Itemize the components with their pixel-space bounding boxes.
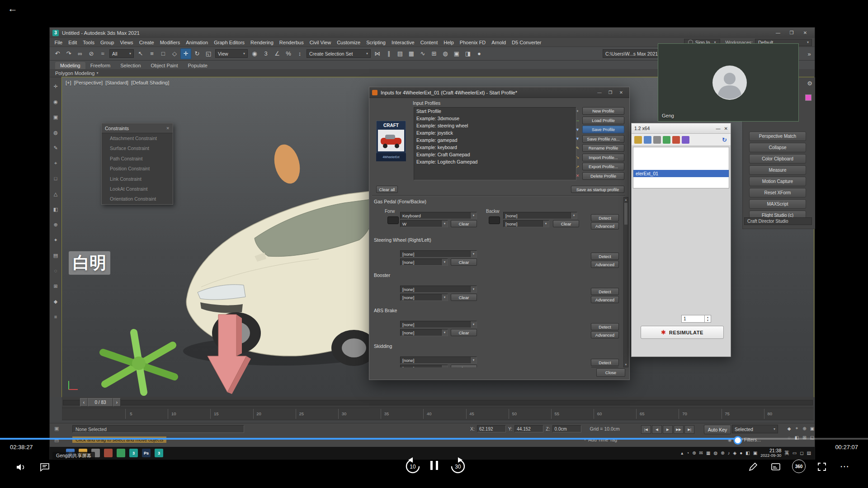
toolbar-overflow-icon[interactable]: » [804, 48, 815, 59]
danmaku-button[interactable] [38, 461, 52, 474]
ribbon-tab[interactable]: Freeform [85, 62, 116, 69]
scale-icon[interactable]: ◱ [203, 48, 214, 59]
menu-item[interactable]: Path Constraint [102, 154, 173, 164]
time-slider-track[interactable] [63, 400, 813, 405]
profile-item[interactable]: Example: keyboard [414, 144, 576, 151]
viewport-nav-icon[interactable]: ◌ [786, 433, 793, 441]
tray-icon[interactable]: ◧ [745, 450, 750, 455]
viewport-nav-icon[interactable]: ▣ [809, 424, 816, 432]
load-profile-button[interactable]: → Load Profile [575, 117, 624, 124]
subtitle-button[interactable] [769, 460, 782, 473]
input-key-dropdown[interactable]: W [400, 220, 448, 227]
angle-snap-icon[interactable]: ∠ [272, 48, 283, 59]
arrow-object[interactable] [200, 313, 254, 396]
side-tool-icon[interactable]: ◆ [51, 297, 60, 306]
playback-button[interactable]: |◀ [641, 425, 651, 434]
profile-item[interactable]: Example: 3dxmouse [414, 115, 576, 122]
scroll-down-icon[interactable]: ▼ [624, 362, 628, 367]
tray-icon[interactable]: ● [740, 450, 742, 455]
close-icon[interactable]: ✕ [616, 89, 627, 96]
input-key-dropdown[interactable]: [none] [400, 365, 448, 367]
rewind-10-button[interactable]: 10 [404, 457, 422, 475]
viewport-label-part[interactable]: [Standard] [105, 80, 128, 85]
rotate-icon[interactable]: ↻ [192, 48, 203, 59]
playback-button[interactable]: ◀ [652, 425, 662, 434]
3dsmax-taskbar-icon-2[interactable]: 3 [155, 449, 163, 457]
auto-key-button[interactable]: Auto Key [704, 425, 731, 434]
viewport-label-part[interactable]: [Perspective] [74, 80, 103, 85]
viewport-nav-icon[interactable]: ⌖ [793, 424, 800, 432]
input-key-dropdown[interactable]: [none] [503, 220, 549, 227]
side-tool-icon[interactable]: ✛ [51, 82, 60, 91]
profile-item[interactable]: Example: gamepad [414, 136, 576, 144]
cds-tool-icon-4[interactable] [663, 136, 670, 144]
menu-item[interactable]: Graph Editors [211, 40, 248, 45]
scroll-up-icon[interactable]: ▲ [624, 197, 628, 202]
utility-button[interactable]: Reset XForm [749, 188, 806, 197]
utility-button[interactable]: Measure [749, 165, 806, 175]
side-tool-icon[interactable]: ⊕ [51, 220, 60, 229]
select-object-icon[interactable]: ↖ [135, 48, 146, 59]
refresh-icon[interactable]: ↻ [722, 136, 727, 143]
minimize-icon[interactable]: — [716, 126, 721, 131]
side-tool-icon[interactable]: ⊞ [51, 282, 60, 291]
side-tool-icon[interactable]: ⌖ [51, 159, 60, 168]
utility-button[interactable]: Collapse [749, 143, 806, 152]
bind-spacewarp-icon[interactable]: ≈ [97, 48, 108, 59]
percent-snap-icon[interactable]: % [283, 48, 294, 59]
jack-object[interactable] [95, 326, 183, 398]
side-tool-icon[interactable]: ▣ [51, 113, 60, 122]
viewport-label-part[interactable]: [+] [66, 80, 71, 85]
profile-item[interactable]: Example: steering wheel [414, 122, 576, 129]
viewport-nav-icon[interactable]: ◆ [786, 424, 793, 432]
tray-icon[interactable]: ◻ [800, 450, 803, 455]
webcam-overlay[interactable]: Geng [658, 43, 799, 122]
viewport-nav-icon[interactable]: ◱ [809, 433, 816, 441]
profile-item[interactable]: Start Profile [414, 108, 576, 115]
undo-icon[interactable]: ↶ [52, 48, 63, 59]
viewport-label-part[interactable]: [Default Shading] [131, 80, 169, 85]
save-startup-profile-button[interactable]: Save as startup profile [571, 186, 624, 193]
redo-icon[interactable]: ↷ [63, 48, 74, 59]
render-setup-icon[interactable]: ▣ [451, 48, 462, 59]
utility-button[interactable]: MAXScript [749, 199, 806, 209]
color-swatch[interactable] [805, 94, 811, 101]
menu-item[interactable]: Surface Constraint [102, 143, 173, 153]
pause-button[interactable] [429, 460, 439, 471]
detect-button[interactable]: Detect [591, 288, 619, 295]
unlink-icon[interactable]: ⊘ [86, 48, 97, 59]
maximize-icon[interactable]: ❐ [605, 89, 616, 96]
delete-profile-button[interactable]: ✕ Delete Profile [575, 172, 624, 180]
wrench-icon[interactable]: ⚙ [807, 80, 812, 87]
ribbon-section-label[interactable]: Polygon Modeling [55, 70, 94, 76]
side-tool-icon[interactable]: ✦ [51, 235, 60, 244]
cds-tool-icon-2[interactable] [644, 136, 651, 144]
side-tool-icon[interactable]: ≡ [51, 312, 60, 321]
clear-button[interactable]: Clear [451, 329, 477, 336]
taskbar-clock[interactable]: 21:38 2022-09-30 [760, 448, 781, 458]
tray-icon[interactable]: ▤ [807, 450, 811, 455]
pivot-icon[interactable]: ◉ [249, 48, 260, 59]
menu-item[interactable]: File [52, 40, 66, 45]
menu-item[interactable]: Arnold [489, 40, 509, 45]
menu-item[interactable]: Edit [66, 40, 80, 45]
clear-button[interactable]: Clear [451, 220, 477, 227]
cds-spinner[interactable]: 1 ▲▼ [681, 315, 711, 323]
next-frame-button[interactable]: › [113, 398, 121, 407]
tray-icon[interactable]: ◔ [686, 450, 689, 455]
tray-icon[interactable]: ▦ [706, 450, 710, 455]
tray-icon[interactable]: ▣ [753, 450, 757, 455]
menu-item[interactable]: Group [97, 40, 117, 45]
utility-button[interactable]: Perspective Match [749, 131, 806, 141]
z-coordinate-field[interactable]: 0.0cm [552, 425, 581, 432]
playback-button[interactable]: ▶| [684, 425, 694, 434]
side-tool-icon[interactable]: ◧ [51, 205, 60, 214]
menu-item[interactable]: LookAt Constraint [102, 184, 173, 194]
reference-coordinate-dropdown[interactable]: View [215, 49, 248, 58]
volume-button[interactable] [14, 461, 28, 474]
vr-360-button[interactable]: 360 [792, 460, 806, 473]
menu-item[interactable]: D5 Converter [509, 40, 544, 45]
select-by-name-icon[interactable]: ≡ [146, 48, 157, 59]
side-tool-icon[interactable]: △ [51, 189, 60, 198]
input-device-dropdown[interactable]: [none] [400, 286, 477, 293]
